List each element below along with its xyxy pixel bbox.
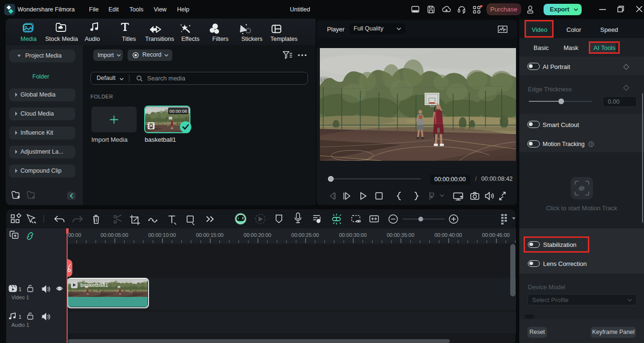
svg-text:1: 1 <box>19 286 21 292</box>
svg-text:00:00:20:00: 00:00:20:00 <box>244 232 271 238</box>
svg-text:00:00:15:00: 00:00:15:00 <box>196 232 224 238</box>
svg-text:00:00: 00:00 <box>68 232 81 238</box>
svg-text:00:00:25:00: 00:00:25:00 <box>291 232 319 238</box>
svg-text:Audio 1: Audio 1 <box>11 322 29 328</box>
svg-text:00:00:10:00: 00:00:10:00 <box>148 232 176 238</box>
svg-text:00:00:05:00: 00:00:05:00 <box>100 232 128 238</box>
svg-text:Video 1: Video 1 <box>11 294 29 300</box>
svg-text:00:00:35:00: 00:00:35:00 <box>386 232 414 238</box>
svg-text:00:00:40:00: 00:00:40:00 <box>435 232 462 238</box>
svg-text:?: ? <box>590 142 592 147</box>
svg-text:1: 1 <box>19 314 21 320</box>
svg-text:00:00:45:00: 00:00:45:00 <box>482 232 510 238</box>
svg-text:00:00:30:00: 00:00:30:00 <box>339 232 367 238</box>
